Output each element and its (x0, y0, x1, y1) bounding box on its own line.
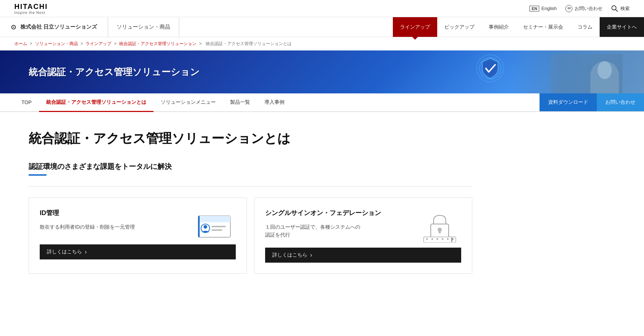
sub-nav: TOP 統合認証・アクセス管理ソリューションとは ソリューションメニュー 製品一… (0, 93, 644, 112)
top-bar: HITACHI Inspire the Next EN English ✉ お問… (0, 0, 644, 17)
svg-rect-7 (198, 220, 230, 222)
card-sso: シングルサインオン・フェデレーション １回のユーザー認証で、各種システムへの 認… (254, 198, 472, 274)
breadcrumb: ホーム > ソリューション・商品 > ラインアップ > 統合認証・アクセス管理ソ… (0, 37, 644, 50)
contact-label: お問い合わせ (575, 5, 602, 12)
card-desc-2: １回のユーザー認証で、各種システムへの 認証を代行 (265, 223, 418, 239)
nav-right: ラインアップ ピックアップ 事例紹介 セミナー・展示会 コラム 企業サイトへ (393, 17, 644, 37)
subnav-cases[interactable]: 導入事例 (257, 93, 292, 112)
card-content-1: ID管理 散在する利用者IDの登録・削除を一元管理 (40, 209, 193, 239)
card-desc-1: 散在する利用者IDの登録・削除を一元管理 (40, 223, 193, 231)
shield-icon (476, 54, 508, 86)
nav-item-seminar[interactable]: セミナー・展示会 (516, 17, 570, 37)
section-divider (29, 186, 472, 187)
nav-item-case[interactable]: 事例紹介 (482, 17, 516, 37)
subnav-top[interactable]: TOP (14, 93, 39, 112)
company-name: 株式会社 日立ソリューションズ (20, 24, 97, 30)
language-link[interactable]: EN English (530, 6, 557, 11)
lang-badge: EN (530, 6, 539, 11)
card-btn-1[interactable]: 詳しくはこちら › (40, 244, 236, 259)
cards-row: ID管理 散在する利用者IDの登録・削除を一元管理 (29, 198, 472, 274)
card-title-1: ID管理 (40, 209, 193, 217)
svg-rect-12 (198, 216, 200, 237)
search-label: 検索 (620, 5, 630, 12)
svg-rect-11 (211, 229, 222, 231)
breadcrumb-lineup[interactable]: ラインアップ (86, 41, 111, 46)
hero-right (429, 50, 644, 93)
contact-link[interactable]: ✉ お問い合わせ (565, 5, 602, 12)
nav-item-column[interactable]: コラム (570, 17, 600, 37)
logo: HITACHI Inspire the Next (14, 2, 48, 15)
svg-text:* * * * * *: * * * * * * (426, 237, 454, 242)
company-icon: ⊙ (11, 23, 16, 31)
svg-point-0 (612, 6, 616, 10)
arrow-icon-2: › (310, 252, 312, 258)
main-nav: ⊙ 株式会社 日立ソリューションズ ソリューション・商品 ラインアップ ピックア… (0, 17, 644, 37)
content-area: 統合認証・アクセス管理ソリューションとは 認証環境のさまざまな課題をトータルに解… (0, 112, 501, 295)
contact-icon: ✉ (565, 5, 572, 12)
hero-title: 統合認証・アクセス管理ソリューション (0, 66, 200, 78)
nav-solutions[interactable]: ソリューション・商品 (108, 17, 179, 37)
search-link[interactable]: 検索 (611, 5, 630, 12)
breadcrumb-home[interactable]: ホーム (14, 41, 27, 46)
lock-icon-container: * * * * * * (418, 209, 461, 244)
download-button[interactable]: 資料ダウンロード (540, 93, 597, 111)
breadcrumb-current: 統合認証・アクセス管理ソリューションとは (206, 41, 292, 46)
subnav-buttons: 資料ダウンロード お問い合わせ (540, 93, 644, 111)
page-title: 統合認証・アクセス管理ソリューションとは (29, 130, 472, 147)
search-icon (611, 5, 618, 12)
subnav-about[interactable]: 統合認証・アクセス管理ソリューションとは (39, 93, 153, 112)
arrow-icon-1: › (85, 249, 87, 255)
subnav-products[interactable]: 製品一覧 (223, 93, 257, 112)
nav-company: ⊙ 株式会社 日立ソリューションズ (11, 17, 108, 37)
breadcrumb-solutions[interactable]: ソリューション・商品 (35, 41, 78, 46)
svg-rect-10 (211, 226, 226, 227)
logo-tagline: Inspire the Next (14, 11, 48, 15)
card-btn-2[interactable]: 詳しくはこちら › (265, 248, 461, 263)
svg-rect-15 (439, 230, 441, 233)
top-right-links: EN English ✉ お問い合わせ 検索 (530, 5, 630, 12)
section-title: 認証環境のさまざまな課題をトータルに解決 (29, 162, 472, 171)
nav-item-pickup[interactable]: ピックアップ (437, 17, 482, 37)
id-card-icon (193, 209, 236, 244)
lang-label: English (541, 6, 557, 11)
hero-banner: 統合認証・アクセス管理ソリューション (0, 50, 644, 93)
svg-point-9 (204, 225, 207, 229)
nav-item-corporate[interactable]: 企業サイトへ (600, 17, 644, 37)
card-content-2: シングルサインオン・フェデレーション １回のユーザー認証で、各種システムへの 認… (265, 209, 418, 248)
logo-text: HITACHI (14, 2, 48, 11)
svg-line-1 (616, 10, 618, 11)
card-title-2: シングルサインオン・フェデレーション (265, 209, 418, 217)
section-underline (29, 174, 47, 176)
card-header-1: ID管理 散在する利用者IDの登録・削除を一元管理 (40, 209, 236, 244)
subnav-menu[interactable]: ソリューションメニュー (153, 93, 223, 112)
nav-item-lineup[interactable]: ラインアップ (393, 17, 437, 37)
card-header-2: シングルサインオン・フェデレーション １回のユーザー認証で、各種システムへの 認… (265, 209, 461, 248)
card-id-management: ID管理 散在する利用者IDの登録・削除を一元管理 (29, 198, 247, 274)
svg-rect-18 (452, 238, 452, 242)
contact-button[interactable]: お問い合わせ (597, 93, 644, 111)
breadcrumb-solution[interactable]: 統合認証・アクセス管理ソリューション (119, 41, 196, 46)
